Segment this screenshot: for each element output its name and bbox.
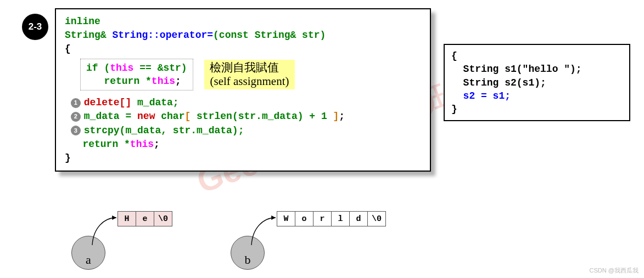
main-code-block: inline String& String::operator=(const S… [55,8,431,172]
note-line-1: 檢測自我賦值 [210,61,289,75]
cell: \0 [154,211,172,226]
step-3-line: 3strcpy(m_data, str.m_data); [65,124,421,138]
side-code-block: { String s1("hello "); String s2(s1); s2… [444,44,630,121]
arrow-b [242,211,285,255]
code-line-3: { [65,42,421,56]
cell: l [331,211,350,226]
side-line-2: String s1("hello "); [451,63,623,76]
box-line-2: return *this; [86,75,187,88]
box-line-1: if (this == &str) [86,61,187,75]
cells-b: W o r l d \0 [277,211,386,226]
step-badge-2: 2 [71,112,81,122]
step-badge-3: 3 [71,126,81,135]
return-line: return *this; [65,138,421,151]
side-line-1: { [451,49,623,63]
code-line-2: String& String::operator=(const String& … [65,29,421,42]
step-badge-1: 1 [71,98,81,108]
self-assign-note: 檢測自我賦值 (self assignment) [204,60,294,89]
arrow-a [82,211,126,255]
side-line-4: s2 = s1; [451,89,623,103]
self-assign-check-box: if (this == &str) return *this; [80,59,193,91]
diagram-area: a H e \0 b W o r l d \0 [66,211,450,277]
side-line-5: } [451,103,623,116]
note-line-2: (self assignment) [210,75,289,88]
code-line-1: inline [65,15,421,29]
code-line-end: } [65,151,421,165]
step-1-line: 1delete[] m_data; [65,96,421,110]
cell: e [136,211,154,226]
cell: \0 [367,211,386,226]
self-assign-row: if (this == &str) return *this; 檢測自我賦值 (… [65,56,421,93]
cell: d [349,211,368,226]
section-badge: 2-3 [22,14,48,40]
step-2-line: 2m_data = new char[ strlen(str.m_data) +… [65,110,421,123]
section-badge-label: 2-3 [29,21,42,32]
side-line-3: String s2(s1); [451,76,623,89]
cell: o [295,211,313,226]
cell: r [313,211,332,226]
footer-watermark: CSDN @我西瓜我 [590,266,639,275]
